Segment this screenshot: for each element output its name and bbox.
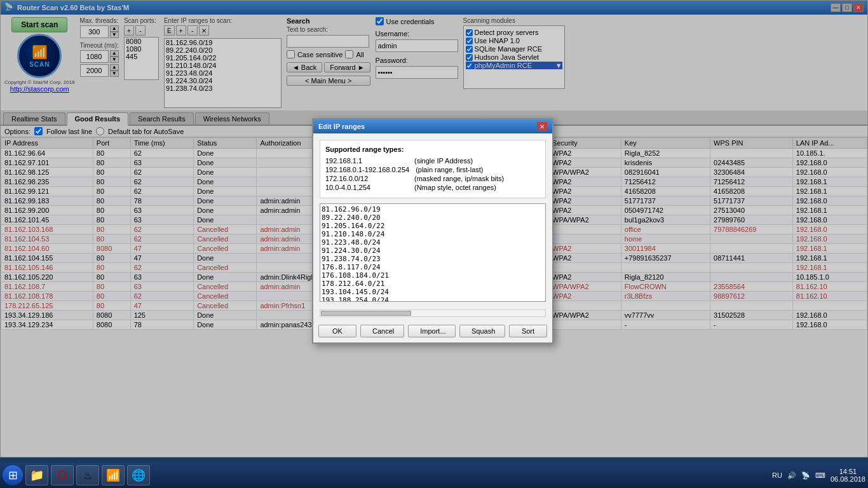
taskbar-file-explorer[interactable]: 📁 xyxy=(25,465,48,485)
clock-time: 14:51 xyxy=(831,468,865,475)
keyboard-icon: ⌨ xyxy=(815,471,825,480)
taskbar-clock: 14:51 06.08.2018 xyxy=(831,468,865,483)
range-key: 172.16.0.0/12 xyxy=(325,175,408,182)
ok-button[interactable]: OK xyxy=(318,325,356,337)
file-explorer-icon: 📁 xyxy=(30,468,44,482)
taskbar-right: RU 🔊 📡 ⌨ 14:51 06.08.2018 xyxy=(772,468,865,483)
edit-ip-ranges-modal: Edit IP ranges ✕ Supported range types: … xyxy=(312,118,553,344)
taskbar-network[interactable]: 📶 xyxy=(102,465,125,485)
range-type-row: 10.0-4.0.1,254 (Nmap style, octet ranges… xyxy=(325,184,540,191)
range-type-row: 192.168.1.1 (single IP Address) xyxy=(325,157,540,165)
taskbar-browser[interactable]: 🌐 xyxy=(127,465,150,485)
taskbar: ⊞ 📁 O ♨ 📶 🌐 RU 🔊 📡 ⌨ 14:51 06.08.2018 xyxy=(0,463,868,488)
range-type-row: 172.16.0.0/12 (masked range, ip/mask bit… xyxy=(325,175,540,182)
import-button[interactable]: Import... xyxy=(408,325,456,337)
network-icon: 📶 xyxy=(106,468,120,482)
range-key: 192.168.1.1 xyxy=(325,157,408,165)
range-type-row: 192.168.0.1-192.168.0.254 (plain range, … xyxy=(325,166,540,173)
range-types-info: Supported range types: 192.168.1.1 (sing… xyxy=(320,140,546,198)
taskbar-opera[interactable]: O xyxy=(51,465,74,485)
ip-ranges-textarea[interactable]: 81.162.96.0/19 89.22.240.0/20 91.205.164… xyxy=(320,203,546,302)
supported-title: Supported range types: xyxy=(325,146,540,153)
range-value: (Nmap style, octet ranges) xyxy=(414,184,496,191)
range-value: (plain range, first-last) xyxy=(416,166,483,173)
opera-icon: O xyxy=(58,469,67,482)
cancel-button[interactable]: Cancel xyxy=(360,325,404,337)
modal-body: Supported range types: 192.168.1.1 (sing… xyxy=(313,133,552,309)
sort-button[interactable]: Sort xyxy=(509,325,547,337)
modal-footer: OK Cancel Import... Squash Sort xyxy=(313,320,552,342)
windows-icon: ⊞ xyxy=(8,468,18,482)
volume-icon: 🔊 xyxy=(787,471,796,480)
squash-button[interactable]: Squash xyxy=(459,325,505,337)
modal-overlay: Edit IP ranges ✕ Supported range types: … xyxy=(1,1,867,457)
modal-title-text: Edit IP ranges xyxy=(318,123,365,130)
modal-title-bar: Edit IP ranges ✕ xyxy=(313,119,552,133)
clock-date: 06.08.2018 xyxy=(831,475,865,483)
start-button[interactable]: ⊞ xyxy=(3,465,23,485)
range-value: (masked range, ip/mask bits) xyxy=(414,175,504,182)
steam-icon: ♨ xyxy=(83,470,92,482)
range-key: 10.0-4.0.1,254 xyxy=(325,184,408,191)
language-indicator: RU xyxy=(772,471,782,479)
modal-close-button[interactable]: ✕ xyxy=(537,122,547,131)
range-key: 192.168.0.1-192.168.0.254 xyxy=(325,166,409,173)
network-status-icon: 📡 xyxy=(801,471,810,480)
browser-icon: 🌐 xyxy=(132,468,146,482)
range-value: (single IP Address) xyxy=(414,157,473,165)
taskbar-steam[interactable]: ♨ xyxy=(76,465,99,485)
